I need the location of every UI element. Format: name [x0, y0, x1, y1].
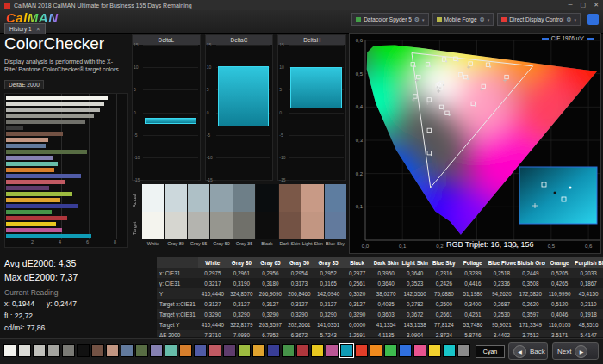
table-cell: 0,3217 [198, 278, 227, 288]
table-cell: 6,7952 [256, 330, 285, 337]
target-patch [165, 212, 186, 239]
color-swatch[interactable] [370, 344, 382, 357]
patch-column[interactable]: Light Skin [302, 184, 323, 250]
table-cell: 5,4147 [574, 330, 603, 337]
color-swatch[interactable] [47, 344, 60, 357]
patch-column[interactable]: Black [256, 184, 277, 250]
patch-column[interactable]: White [142, 184, 164, 250]
gear-icon[interactable]: ⚙ [414, 16, 420, 23]
device-label: Datacolor Spyder 5 [364, 16, 412, 22]
back-button[interactable]: ◀ Back [508, 342, 548, 360]
app-menu-icon[interactable] [587, 14, 599, 25]
table-cell: 45,4150 [574, 288, 603, 299]
color-swatch[interactable] [443, 344, 456, 357]
color-swatch[interactable] [179, 344, 192, 357]
de2000-bar [6, 138, 48, 142]
color-swatch[interactable] [135, 344, 148, 357]
table-corner [157, 257, 198, 268]
y-axis-tick: 15 [279, 42, 284, 47]
de2000-bar [6, 168, 54, 172]
table-cell: 0,2426 [430, 278, 459, 288]
table-cell: 0,3290 [314, 309, 343, 319]
color-swatch[interactable] [106, 344, 119, 357]
patch-column[interactable]: Blue Sky [325, 184, 346, 250]
color-swatch[interactable] [18, 344, 31, 357]
gridline [116, 94, 117, 239]
close-button[interactable]: ✕ [594, 2, 599, 9]
chevron-down-icon[interactable]: ▾ [422, 17, 425, 22]
color-swatch[interactable] [91, 344, 104, 357]
color-swatch[interactable] [194, 344, 207, 357]
color-swatch[interactable] [77, 344, 90, 357]
table-cell: 0,2500 [430, 299, 459, 309]
patch-column[interactable]: Dark Skin [279, 184, 301, 250]
color-swatch[interactable] [208, 344, 221, 357]
svg-text:0,2: 0,2 [356, 171, 364, 176]
table-cell: 0,3127 [256, 299, 285, 309]
gridline [289, 180, 344, 181]
next-button[interactable]: Next ▶ [552, 342, 599, 360]
bottom-bar: Cyan ◀ Back Next ▶ [0, 338, 603, 364]
device-selector[interactable]: Direct Display Control⚙▾ [497, 13, 581, 26]
table-cell: 206,8460 [285, 288, 314, 299]
device-color-icon [501, 17, 507, 22]
color-swatch[interactable] [223, 344, 236, 357]
patch-column[interactable]: Gray 50 [210, 184, 232, 250]
table-cell: 171,3349 [516, 319, 545, 330]
color-swatch[interactable] [326, 344, 339, 357]
minimize-button[interactable]: ─ [569, 2, 573, 9]
gear-icon[interactable]: ⚙ [480, 16, 485, 23]
table-cell: 141,0351 [314, 319, 343, 330]
tab-close-icon[interactable]: ✕ [36, 26, 40, 32]
chevron-down-icon[interactable]: ▾ [574, 17, 576, 22]
maximize-button[interactable]: ▢ [581, 2, 587, 9]
actual-patch [279, 184, 301, 212]
patch-name: Light Skin [302, 239, 323, 250]
table-col-header: Gray 35 [314, 257, 343, 268]
patch-column[interactable]: Gray 65 [188, 184, 209, 250]
table-cell: 1,2691 [343, 330, 372, 337]
chevron-down-icon[interactable]: ▾ [488, 17, 490, 22]
color-swatch[interactable] [413, 344, 426, 357]
color-swatch[interactable] [121, 344, 134, 357]
color-swatch[interactable] [62, 344, 75, 357]
table-cell: 0,3290 [285, 309, 314, 319]
gear-icon[interactable]: ⚙ [566, 16, 571, 23]
patch-column[interactable]: Gray 80 [165, 184, 186, 250]
color-swatch[interactable] [150, 344, 163, 357]
color-swatch[interactable] [399, 344, 412, 357]
color-swatch[interactable] [457, 344, 470, 357]
svg-text:0,0: 0,0 [362, 244, 370, 249]
table-cell: 3,4402 [488, 330, 517, 337]
table-row-label: y: CIE31 [157, 278, 198, 288]
color-swatch[interactable] [340, 344, 353, 357]
de2000-bar [6, 234, 91, 238]
color-swatch[interactable] [33, 344, 46, 357]
color-swatch[interactable] [355, 344, 368, 357]
color-swatch[interactable] [267, 344, 280, 357]
color-swatch[interactable] [384, 344, 397, 357]
table-cell: 0,2316 [430, 268, 459, 278]
gridline [289, 45, 344, 46]
table-cell: 116,0105 [545, 319, 575, 330]
cie-diagram-panel: CIE 1976 u'v' [349, 33, 601, 254]
table-row: Target Y410,4440322,8179263,3597202,2661… [157, 319, 603, 330]
color-swatch[interactable] [165, 344, 177, 357]
color-swatch[interactable] [282, 344, 295, 357]
color-swatch[interactable] [428, 344, 441, 357]
color-swatch[interactable] [296, 344, 309, 357]
device-selector[interactable]: Mobile Forge⚙▾ [432, 13, 494, 26]
y-axis-tick: 5 [207, 87, 209, 92]
patch-name: Blue Sky [325, 239, 346, 250]
y-axis-tick: 0 [134, 110, 136, 115]
patch-column[interactable]: Gray 35 [233, 184, 255, 250]
color-swatch[interactable] [3, 344, 16, 357]
device-selector[interactable]: Datacolor Spyder 5⚙▾ [351, 13, 428, 26]
delta-charts: DeltaL151050-5-10-15DeltaC151050-5-10-15… [132, 34, 346, 181]
color-swatch[interactable] [311, 344, 324, 357]
de2000-bar [6, 96, 108, 100]
table-row: x: CIE310,29750,29610,29560,29540,29520,… [157, 268, 603, 278]
color-swatch[interactable] [238, 344, 251, 357]
actual-patch [165, 184, 186, 212]
color-swatch[interactable] [252, 344, 265, 357]
